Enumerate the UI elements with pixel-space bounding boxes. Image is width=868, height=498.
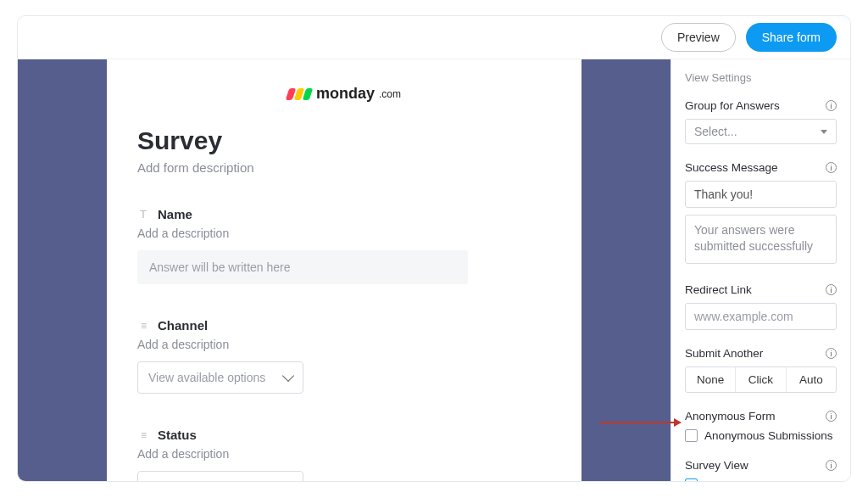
redirect-link-input[interactable] [685, 303, 837, 330]
setting-label: Group for Answers [685, 99, 780, 112]
text-type-icon: T [137, 208, 149, 221]
topbar: Preview Share form [18, 16, 850, 59]
present-as-survey-checkbox[interactable] [685, 478, 698, 481]
form-description-placeholder[interactable]: Add form description [137, 160, 551, 175]
view-settings-sidebar: View Settings Group for Answers i Select… [670, 59, 850, 481]
submit-another-auto[interactable]: Auto [786, 367, 836, 392]
setting-submit-another: Submit Another i None Click Auto [685, 347, 837, 393]
info-icon[interactable]: i [826, 100, 837, 111]
status-options-select[interactable]: View available options [137, 471, 303, 481]
dropdown-triangle-icon [821, 130, 827, 134]
info-icon[interactable]: i [826, 284, 837, 295]
logo-tld: .com [379, 88, 401, 100]
list-type-icon: ≡ [137, 320, 149, 332]
chevron-down-icon [282, 479, 294, 481]
info-icon[interactable]: i [826, 460, 837, 471]
name-answer-input[interactable] [137, 250, 468, 284]
form-canvas: monday.com Survey Add form description T… [18, 59, 670, 481]
info-icon[interactable]: i [826, 348, 837, 359]
form-title[interactable]: Survey [137, 126, 551, 155]
annotation-arrow [599, 422, 681, 423]
monday-logo: monday.com [137, 85, 551, 103]
sidebar-heading: View Settings [685, 71, 837, 84]
select-placeholder: Select... [694, 125, 737, 138]
chevron-down-icon [282, 370, 294, 382]
anonymous-submissions-checkbox[interactable] [685, 429, 698, 442]
form-field-status: ≡ Status Add a description View availabl… [137, 428, 551, 481]
form-field-channel: ≡ Channel Add a description View availab… [137, 318, 551, 394]
setting-label: Submit Another [685, 347, 763, 360]
success-title-input[interactable] [685, 181, 837, 208]
field-label[interactable]: Name [158, 207, 192, 221]
select-placeholder: View available options [148, 480, 265, 481]
setting-success-message: Success Message i [685, 161, 837, 266]
setting-label: Success Message [685, 161, 778, 174]
info-icon[interactable]: i [826, 162, 837, 173]
checkbox-label: Present as survey [704, 478, 796, 481]
setting-group-for-answers: Group for Answers i Select... [685, 99, 837, 144]
setting-label: Redirect Link [685, 283, 752, 296]
info-icon[interactable]: i [826, 411, 837, 422]
field-label[interactable]: Status [158, 428, 197, 442]
form-card: monday.com Survey Add form description T… [107, 59, 581, 481]
submit-another-segmented: None Click Auto [685, 367, 837, 393]
form-field-name: T Name Add a description [137, 207, 551, 284]
list-type-icon: ≡ [137, 429, 149, 441]
setting-survey-view: Survey View i Present as survey [685, 459, 837, 481]
setting-label: Anonymous Form [685, 410, 776, 422]
preview-button[interactable]: Preview [661, 23, 736, 52]
field-description-placeholder[interactable]: Add a description [137, 227, 551, 240]
share-form-button[interactable]: Share form [746, 23, 837, 52]
group-for-answers-select[interactable]: Select... [685, 119, 837, 144]
checkbox-label: Anonymous Submissions [704, 429, 833, 442]
setting-anonymous-form: Anonymous Form i Anonymous Submissions [685, 410, 837, 442]
logo-brand: monday [316, 85, 375, 103]
setting-label: Survey View [685, 459, 748, 472]
field-description-placeholder[interactable]: Add a description [137, 338, 551, 351]
submit-another-none[interactable]: None [686, 367, 735, 392]
submit-another-click[interactable]: Click [735, 367, 785, 392]
select-placeholder: View available options [148, 371, 265, 384]
channel-options-select[interactable]: View available options [137, 361, 303, 394]
success-body-input[interactable] [685, 215, 837, 264]
field-label[interactable]: Channel [158, 318, 208, 333]
field-description-placeholder[interactable]: Add a description [137, 447, 551, 461]
setting-redirect-link: Redirect Link i [685, 283, 837, 330]
